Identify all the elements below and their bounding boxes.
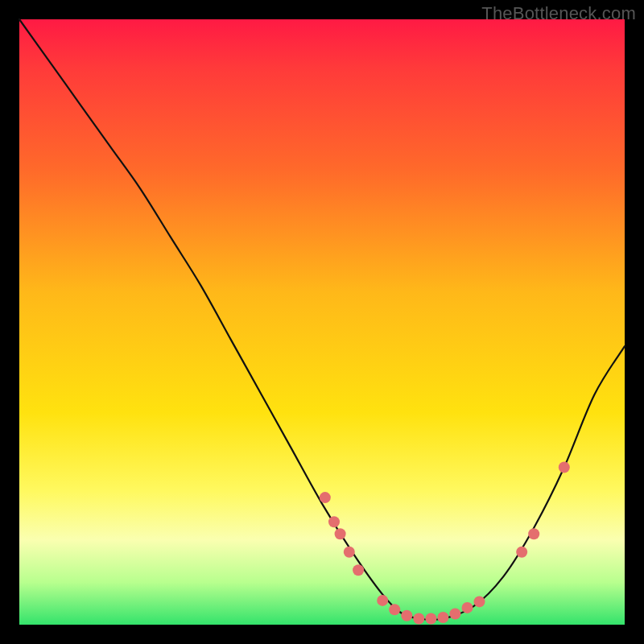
highlight-dot bbox=[437, 612, 448, 623]
highlight-dot bbox=[389, 604, 400, 615]
highlight-dot bbox=[528, 528, 539, 539]
highlight-dot bbox=[328, 516, 340, 527]
highlight-dot bbox=[474, 596, 485, 607]
highlight-dot bbox=[413, 613, 424, 625]
highlight-dot bbox=[335, 528, 346, 539]
highlight-dot bbox=[377, 595, 388, 606]
highlight-dot bbox=[401, 610, 412, 621]
highlight-dot bbox=[462, 602, 473, 613]
chart-frame: TheBottleneck.com bbox=[0, 0, 644, 644]
highlight-dot bbox=[320, 492, 331, 503]
plot-area bbox=[19, 19, 625, 625]
highlight-dot bbox=[425, 613, 436, 625]
highlight-dot bbox=[516, 547, 527, 558]
highlight-dot bbox=[559, 462, 570, 473]
curve-layer bbox=[19, 19, 625, 625]
marker-layer bbox=[320, 462, 570, 625]
highlight-dot bbox=[449, 609, 460, 620]
highlight-dot bbox=[353, 564, 364, 576]
highlight-dot bbox=[344, 547, 355, 558]
watermark-text: TheBottleneck.com bbox=[481, 3, 636, 24]
